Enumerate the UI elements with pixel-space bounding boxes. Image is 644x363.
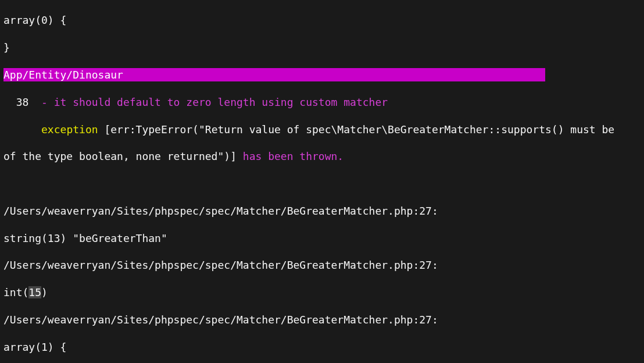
spec-line: 38 - it should default to zero length us… bbox=[3, 95, 641, 109]
exception-line: of the type boolean, none returned")] ha… bbox=[3, 150, 641, 163]
dump-line: } bbox=[3, 41, 641, 54]
dump-line: array(1) { bbox=[3, 340, 641, 354]
dump-line: int(15) bbox=[3, 286, 641, 299]
exception-line: exception [err:TypeError("Return value o… bbox=[3, 123, 641, 136]
trace-line: /Users/weaverryan/Sites/phpspec/spec/Mat… bbox=[3, 258, 641, 272]
trace-line: /Users/weaverryan/Sites/phpspec/spec/Mat… bbox=[3, 204, 641, 218]
trace-line: /Users/weaverryan/Sites/phpspec/spec/Mat… bbox=[3, 313, 641, 326]
dump-line: string(13) "beGreaterThan" bbox=[3, 232, 641, 245]
terminal-output: array(0) { } App/Entity/Dinosaur 38 - it… bbox=[0, 0, 644, 363]
dump-line: array(0) { bbox=[3, 13, 641, 27]
spec-header: App/Entity/Dinosaur bbox=[3, 68, 641, 81]
